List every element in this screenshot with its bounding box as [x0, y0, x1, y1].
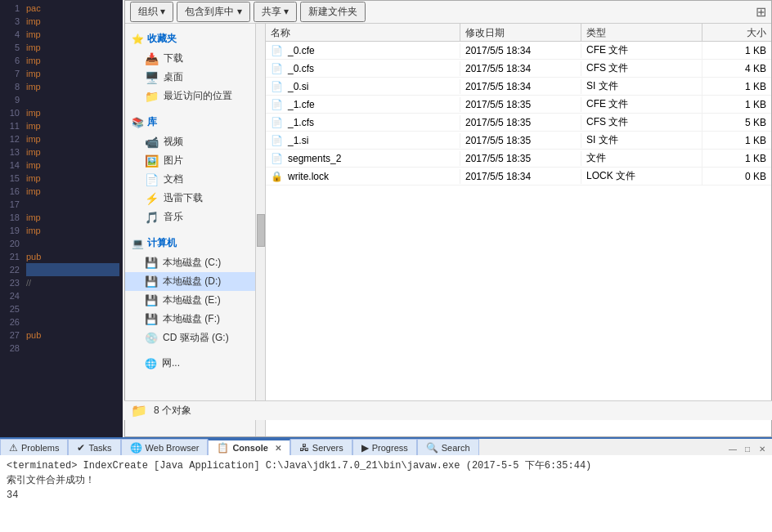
extra-icon: 🌐	[145, 358, 157, 369]
computer-icon: 💻	[132, 238, 144, 249]
share-button[interactable]: 共享 ▾	[254, 2, 297, 22]
file-type-cell: CFS 文件	[581, 114, 702, 131]
table-row[interactable]: 📄 _1.cfe 2017/5/5 18:35 CFE 文件 1 KB	[266, 96, 771, 114]
file-size-cell: 4 KB	[702, 61, 771, 76]
status-bar: 📁 8 个对象	[124, 400, 772, 420]
video-label: 视频	[164, 135, 183, 149]
file-name: segments_2	[288, 153, 341, 164]
minimize-panel-button[interactable]: —	[726, 442, 739, 455]
drive-g-label: CD 驱动器 (G:)	[163, 331, 229, 345]
problems-icon: ⚠	[9, 442, 18, 454]
nav-item-docs[interactable]: 📄 文档	[125, 170, 255, 189]
drive-g-icon: 💿	[145, 332, 158, 344]
pictures-icon: 🖼️	[145, 154, 159, 168]
nav-item-drive-e[interactable]: 💾 本地磁盘 (E:)	[125, 291, 255, 310]
tasks-icon: ✔	[77, 442, 85, 454]
include-button[interactable]: 包含到库中 ▾	[177, 2, 249, 22]
computer-label: 计算机	[147, 236, 177, 250]
file-name-cell: 📄 _1.cfe	[266, 97, 460, 112]
file-name-cell: 📄 _0.cfe	[266, 43, 460, 58]
file-date-cell: 2017/5/5 18:35	[460, 115, 581, 130]
file-size-cell: 5 KB	[702, 115, 771, 130]
bottom-tabs: ⚠ Problems ✔ Tasks 🌐 Web Browser 📋 Conso…	[0, 437, 772, 455]
file-name: _0.cfe	[288, 45, 315, 56]
tab-tasks-label: Tasks	[88, 443, 111, 453]
tab-problems-label: Problems	[21, 443, 59, 453]
file-name: _1.cfs	[288, 117, 314, 128]
nav-item-drive-g[interactable]: 💿 CD 驱动器 (G:)	[125, 329, 255, 347]
toolbar-right: ⊞	[756, 4, 766, 20]
file-type-cell: LOCK 文件	[581, 168, 702, 185]
tab-servers[interactable]: 🖧 Servers	[290, 439, 352, 455]
new-folder-button[interactable]: 新建文件夹	[300, 2, 366, 22]
table-row[interactable]: 🔒 write.lock 2017/5/5 18:34 LOCK 文件 0 KB	[266, 168, 771, 186]
tab-progress-label: Progress	[372, 443, 408, 453]
table-row[interactable]: 📄 _0.cfs 2017/5/5 18:34 CFS 文件 4 KB	[266, 60, 771, 78]
download-icon: 📥	[145, 52, 159, 65]
col-size[interactable]: 大小	[702, 24, 771, 41]
recent-label: 最近访问的位置	[164, 89, 232, 103]
nav-item-drive-c[interactable]: 💾 本地磁盘 (C:)	[125, 253, 255, 272]
nav-item-pictures[interactable]: 🖼️ 图片	[125, 151, 255, 170]
nav-item-extra[interactable]: 🌐 网...	[125, 354, 255, 373]
tab-controls: — □ ✕	[726, 442, 772, 455]
file-date-cell: 2017/5/5 18:35	[460, 97, 581, 112]
nav-item-video[interactable]: 📹 视频	[125, 132, 255, 151]
file-name-cell: 📄 _1.si	[266, 133, 460, 148]
scrollbar-thumb[interactable]	[257, 214, 265, 247]
favorites-section: ⭐ 收藏夹	[125, 29, 255, 49]
file-icon: 📄	[271, 45, 283, 56]
search-icon: 🔍	[426, 442, 438, 454]
file-size-cell: 1 KB	[702, 97, 771, 112]
nav-item-music[interactable]: 🎵 音乐	[125, 208, 255, 226]
drive-e-label: 本地磁盘 (E:)	[163, 293, 221, 307]
view-toggle-icon[interactable]: ⊞	[756, 4, 766, 20]
console-line-2: 索引文件合并成功！	[7, 473, 765, 488]
tab-search[interactable]: 🔍 Search	[417, 439, 479, 455]
file-name: _1.cfe	[288, 99, 315, 110]
nav-item-drive-f[interactable]: 💾 本地磁盘 (F:)	[125, 310, 255, 329]
file-type-cell: CFE 文件	[581, 42, 702, 59]
table-row[interactable]: 📄 _0.si 2017/5/5 18:34 SI 文件 1 KB	[266, 78, 771, 96]
console-panel: <terminated> IndexCreate [Java Applicati…	[0, 455, 772, 532]
file-icon: 📄	[271, 63, 283, 74]
nav-item-download[interactable]: 📥 下载	[125, 49, 255, 68]
col-date[interactable]: 修改日期	[460, 24, 581, 41]
file-icon: 📄	[271, 135, 283, 146]
col-type[interactable]: 类型	[581, 24, 702, 41]
nav-item-recent[interactable]: 📁 最近访问的位置	[125, 87, 255, 105]
music-label: 音乐	[164, 210, 183, 224]
file-icon: 📄	[271, 117, 283, 128]
nav-scrollbar[interactable]	[256, 24, 266, 436]
drive-f-label: 本地磁盘 (F:)	[163, 312, 220, 326]
nav-item-drive-d[interactable]: 💾 本地磁盘 (D:)	[125, 272, 255, 291]
video-icon: 📹	[145, 136, 159, 149]
drive-f-icon: 💾	[145, 313, 158, 325]
drive-d-icon: 💾	[145, 275, 158, 288]
tab-tasks[interactable]: ✔ Tasks	[68, 439, 120, 455]
nav-item-xunlei[interactable]: ⚡ 迅雷下载	[125, 189, 255, 208]
library-label: 库	[147, 115, 157, 129]
col-name[interactable]: 名称	[266, 24, 460, 41]
table-row[interactable]: 📄 _1.cfs 2017/5/5 18:35 CFS 文件 5 KB	[266, 114, 771, 132]
table-row[interactable]: 📄 _0.cfe 2017/5/5 18:34 CFE 文件 1 KB	[266, 42, 771, 60]
tab-progress[interactable]: ▶ Progress	[352, 439, 417, 455]
console-content: <terminated> IndexCreate [Java Applicati…	[0, 455, 772, 506]
table-row[interactable]: 📄 _1.si 2017/5/5 18:35 SI 文件 1 KB	[266, 132, 771, 150]
table-row[interactable]: 📄 segments_2 2017/5/5 18:35 文件 1 KB	[266, 150, 771, 168]
nav-item-desktop[interactable]: 🖥️ 桌面	[125, 68, 255, 87]
tab-console[interactable]: 📋 Console ✕	[208, 439, 290, 455]
tab-console-close[interactable]: ✕	[275, 444, 281, 453]
code-editor: 1 3 4 5 6 7 8 9 10 11 12 13 14 15 16 17 …	[0, 0, 123, 437]
tab-webbrowser[interactable]: 🌐 Web Browser	[121, 439, 209, 455]
tab-problems[interactable]: ⚠ Problems	[0, 439, 68, 455]
file-date-cell: 2017/5/5 18:34	[460, 169, 581, 184]
console-line-1: <terminated> IndexCreate [Java Applicati…	[7, 458, 765, 473]
file-date-cell: 2017/5/5 18:34	[460, 43, 581, 58]
organize-button[interactable]: 组织 ▾	[130, 2, 173, 22]
maximize-panel-button[interactable]: □	[741, 442, 754, 455]
file-size-cell: 1 KB	[702, 43, 771, 58]
file-name-cell: 📄 _0.si	[266, 79, 460, 94]
file-explorer: 组织 ▾ 包含到库中 ▾ 共享 ▾ 新建文件夹 ⊞ ⭐ 收藏夹 📥 下载 🖥️ …	[124, 0, 772, 437]
close-panel-button[interactable]: ✕	[756, 442, 769, 455]
